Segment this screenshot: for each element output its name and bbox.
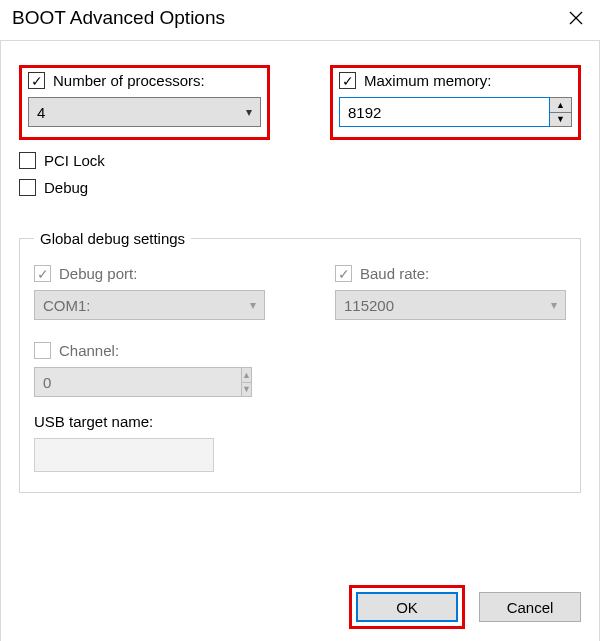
baud-rate-label: Baud rate: — [360, 265, 429, 282]
channel-label: Channel: — [59, 342, 119, 359]
ok-button[interactable]: OK — [356, 592, 458, 622]
dialog-footer: OK Cancel — [349, 585, 581, 629]
memory-spinner[interactable]: ▲ ▼ — [339, 97, 572, 127]
chevron-down-icon: ▾ — [246, 105, 252, 119]
dialog-content: Number of processors: 4 ▾ PCI Lock Debug — [0, 41, 600, 641]
close-icon[interactable] — [564, 6, 588, 30]
memory-label: Maximum memory: — [364, 72, 492, 89]
titlebar: BOOT Advanced Options — [0, 0, 600, 41]
debug-checkbox[interactable] — [19, 179, 36, 196]
spin-down-icon: ▼ — [242, 383, 251, 397]
memory-checkbox[interactable] — [339, 72, 356, 89]
pci-lock-checkbox[interactable] — [19, 152, 36, 169]
debug-label: Debug — [44, 179, 88, 196]
spin-up-icon: ▲ — [242, 368, 251, 383]
debug-port-select: COM1: ▾ — [34, 290, 265, 320]
processors-label: Number of processors: — [53, 72, 205, 89]
ok-button-highlight: OK — [349, 585, 465, 629]
channel-input — [34, 367, 242, 397]
chevron-down-icon: ▾ — [250, 298, 256, 312]
channel-checkbox — [34, 342, 51, 359]
pci-lock-label: PCI Lock — [44, 152, 105, 169]
processors-value: 4 — [37, 104, 45, 121]
baud-rate-checkbox — [335, 265, 352, 282]
chevron-down-icon: ▾ — [551, 298, 557, 312]
debug-port-label: Debug port: — [59, 265, 137, 282]
spin-down-icon[interactable]: ▼ — [550, 113, 571, 127]
processors-select[interactable]: 4 ▾ — [28, 97, 261, 127]
spin-up-icon[interactable]: ▲ — [550, 98, 571, 113]
baud-rate-select: 115200 ▾ — [335, 290, 566, 320]
processors-checkbox[interactable] — [28, 72, 45, 89]
debug-port-value: COM1: — [43, 297, 91, 314]
cancel-button[interactable]: Cancel — [479, 592, 581, 622]
memory-group-highlight: Maximum memory: ▲ ▼ — [330, 65, 581, 140]
processors-group-highlight: Number of processors: 4 ▾ — [19, 65, 270, 140]
global-debug-group: Global debug settings Debug port: COM1: … — [19, 230, 581, 493]
window-title: BOOT Advanced Options — [12, 7, 225, 29]
debug-port-checkbox — [34, 265, 51, 282]
usb-target-label: USB target name: — [34, 413, 566, 430]
usb-target-input — [34, 438, 214, 472]
memory-input[interactable] — [339, 97, 550, 127]
baud-rate-value: 115200 — [344, 297, 394, 314]
global-debug-legend: Global debug settings — [34, 230, 191, 247]
channel-spinner: ▲ ▼ — [34, 367, 224, 397]
